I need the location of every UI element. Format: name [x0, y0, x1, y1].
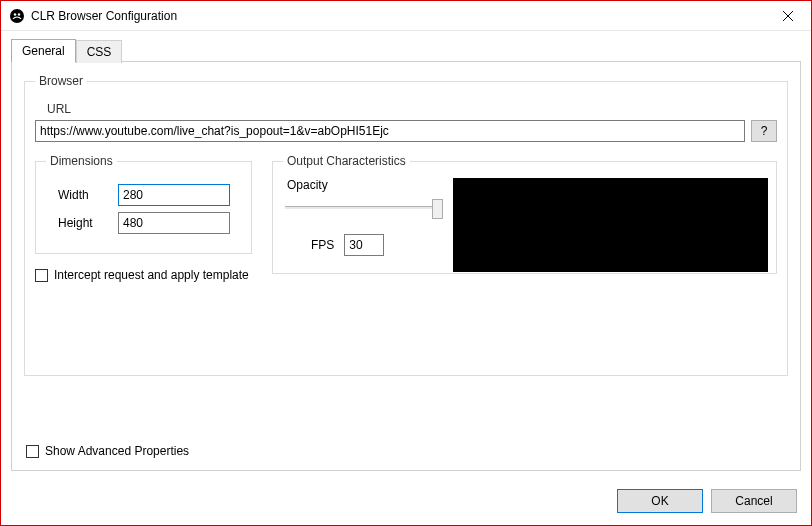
- tab-label: CSS: [87, 45, 112, 59]
- tab-strip: General CSS: [11, 39, 801, 62]
- browser-legend: Browser: [35, 74, 87, 88]
- fps-row: FPS: [311, 234, 443, 256]
- svg-point-0: [10, 9, 24, 23]
- dimensions-legend: Dimensions: [46, 154, 117, 168]
- content-area: General CSS Browser URL ?: [1, 31, 811, 472]
- slider-track: [285, 206, 435, 209]
- dialog-window: CLR Browser Configuration General CSS Br…: [0, 0, 812, 526]
- tab-panel-general: Browser URL ? Dimensions Width: [11, 61, 801, 471]
- height-row: Height: [46, 212, 241, 234]
- app-icon: [9, 8, 25, 24]
- width-row: Width: [46, 184, 241, 206]
- preview-box: [453, 178, 768, 272]
- url-help-button[interactable]: ?: [751, 120, 777, 142]
- cancel-button[interactable]: Cancel: [711, 489, 797, 513]
- output-group: Output Characteristics Opacity FPS: [272, 154, 777, 274]
- advanced-label: Show Advanced Properties: [45, 444, 189, 458]
- svg-point-1: [14, 13, 16, 15]
- browser-group: Browser URL ? Dimensions Width: [24, 74, 788, 376]
- output-inner: Opacity FPS: [283, 178, 768, 272]
- intercept-label: Intercept request and apply template: [54, 268, 249, 282]
- svg-point-2: [18, 13, 20, 15]
- width-label: Width: [58, 188, 114, 202]
- fps-input[interactable]: [344, 234, 384, 256]
- url-input[interactable]: [35, 120, 745, 142]
- url-row: ?: [35, 120, 777, 142]
- dialog-buttons: OK Cancel: [617, 489, 797, 513]
- ok-label: OK: [651, 494, 668, 508]
- window-title: CLR Browser Configuration: [31, 9, 765, 23]
- cancel-label: Cancel: [735, 494, 772, 508]
- dimensions-col: Dimensions Width Height: [35, 154, 252, 282]
- slider-thumb[interactable]: [432, 199, 443, 219]
- height-input[interactable]: [118, 212, 230, 234]
- help-label: ?: [761, 124, 768, 138]
- opacity-column: Opacity FPS: [283, 178, 443, 272]
- titlebar: CLR Browser Configuration: [1, 1, 811, 31]
- width-input[interactable]: [118, 184, 230, 206]
- close-button[interactable]: [765, 1, 811, 31]
- advanced-checkbox[interactable]: [26, 445, 39, 458]
- ok-button[interactable]: OK: [617, 489, 703, 513]
- output-legend: Output Characteristics: [283, 154, 410, 168]
- tab-general[interactable]: General: [11, 39, 76, 63]
- close-icon: [783, 11, 793, 21]
- tab-css[interactable]: CSS: [76, 40, 123, 63]
- height-label: Height: [58, 216, 114, 230]
- intercept-row[interactable]: Intercept request and apply template: [35, 268, 252, 282]
- url-label: URL: [47, 102, 777, 116]
- tab-label: General: [22, 44, 65, 58]
- advanced-row[interactable]: Show Advanced Properties: [26, 444, 189, 458]
- opacity-slider[interactable]: [283, 196, 443, 220]
- fps-label: FPS: [311, 238, 334, 252]
- lower-row: Dimensions Width Height: [35, 154, 777, 282]
- opacity-label: Opacity: [287, 178, 443, 192]
- intercept-checkbox[interactable]: [35, 269, 48, 282]
- dimensions-group: Dimensions Width Height: [35, 154, 252, 254]
